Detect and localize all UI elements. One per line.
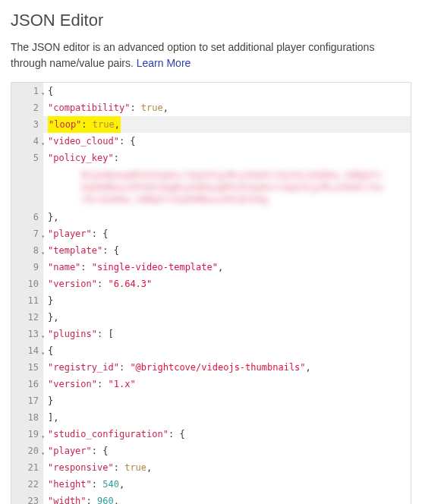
line-number: 18 <box>11 409 43 426</box>
code-content[interactable]: "width": 960, <box>43 493 119 504</box>
code-content[interactable]: "version": "6.64.3" <box>43 276 152 292</box>
highlighted-region: "loop": true, <box>48 116 121 133</box>
code-line[interactable]: 1▾{ <box>11 83 411 99</box>
line-number: 14▾ <box>11 342 43 359</box>
code-content[interactable]: }, <box>43 309 58 326</box>
line-number: 6 <box>11 209 43 225</box>
line-number: 23 <box>11 493 43 504</box>
code-line[interactable]: 6 }, <box>11 209 411 225</box>
line-number: 15 <box>11 359 43 376</box>
description-text: The JSON editor is an advanced option to… <box>11 41 374 69</box>
code-content[interactable]: "player": { <box>43 443 108 459</box>
code-line[interactable]: 17 } <box>11 392 411 409</box>
code-line[interactable]: 20▾ "player": { <box>11 443 411 459</box>
code-content[interactable]: }, <box>43 209 58 225</box>
code-line[interactable]: 5 "policy_key": <box>11 150 411 166</box>
line-number: 8▾ <box>11 242 43 259</box>
line-number: 1▾ <box>11 83 43 99</box>
code-line[interactable]: 2 "compatibility": true, <box>11 99 411 116</box>
json-code-editor[interactable]: 1▾{2 "compatibility": true,3 "loop": tru… <box>11 82 411 504</box>
code-line[interactable]: 22 "height": 540, <box>11 476 411 493</box>
code-content[interactable]: "loop": true, <box>43 116 121 133</box>
line-number <box>11 166 43 209</box>
code-line[interactable]: 13▾ "plugins": [ <box>11 326 411 342</box>
line-number: 19▾ <box>11 426 43 443</box>
line-number: 21 <box>11 459 43 476</box>
code-content[interactable]: "studio_configuration": { <box>43 426 185 443</box>
code-line[interactable]: 21 "responsive": true, <box>11 459 411 476</box>
code-content[interactable]: "video_cloud": { <box>43 133 136 150</box>
code-line[interactable]: 19▾ "studio_configuration": { <box>11 426 411 443</box>
code-line[interactable]: 4▾ "video_cloud": { <box>11 133 411 150</box>
code-content[interactable]: } <box>43 392 53 409</box>
code-line[interactable]: 7▾ "player": { <box>11 225 411 242</box>
code-content[interactable]: "name": "single-video-template", <box>43 259 223 276</box>
code-line[interactable]: 23 "width": 960, <box>11 493 411 504</box>
line-number: 17 <box>11 392 43 409</box>
line-number: 9 <box>11 259 43 276</box>
code-content[interactable]: "registry_id": "@brightcove/videojs-thum… <box>43 359 311 376</box>
code-line[interactable]: 9 "name": "single-video-template", <box>11 259 411 276</box>
code-line[interactable]: 18 ], <box>11 409 411 426</box>
line-number: 5 <box>11 150 43 166</box>
code-content[interactable]: "height": 540, <box>43 476 124 493</box>
line-number: 2 <box>11 99 43 116</box>
line-number: 20▾ <box>11 443 43 459</box>
code-line[interactable]: 14▾ { <box>11 342 411 359</box>
code-line[interactable]: 3 "loop": true, <box>11 116 411 133</box>
editor-description: The JSON editor is an advanced option to… <box>11 39 411 71</box>
line-number: 3 <box>11 116 43 133</box>
page-title: JSON Editor <box>11 11 411 30</box>
redacted-value: BCpkADawqM3n0ImwKortQqSZCgJMcyVbb8lJVwt0… <box>81 169 388 206</box>
line-number: 4▾ <box>11 133 43 150</box>
line-number: 7▾ <box>11 225 43 242</box>
line-number: 13▾ <box>11 326 43 342</box>
code-content[interactable]: "version": "1.x" <box>43 376 136 392</box>
code-content[interactable]: "compatibility": true, <box>43 99 168 116</box>
code-content[interactable]: "player": { <box>43 225 108 242</box>
code-content[interactable]: "plugins": [ <box>43 326 114 342</box>
learn-more-link[interactable]: Learn More <box>137 57 191 69</box>
code-content[interactable]: "responsive": true, <box>43 459 152 476</box>
code-line[interactable]: 16 "version": "1.x" <box>11 376 411 392</box>
code-line[interactable]: 12 }, <box>11 309 411 326</box>
code-line[interactable]: 10 "version": "6.64.3" <box>11 276 411 292</box>
code-line[interactable]: 8▾ "template": { <box>11 242 411 259</box>
line-number: 10 <box>11 276 43 292</box>
line-number: 16 <box>11 376 43 392</box>
code-line-redacted: BCpkADawqM3n0ImwKortQqSZCgJMcyVbb8lJVwt0… <box>11 166 411 209</box>
code-content[interactable]: "template": { <box>43 242 119 259</box>
code-line[interactable]: 11 } <box>11 292 411 309</box>
line-number: 22 <box>11 476 43 493</box>
code-content[interactable]: ], <box>43 409 58 426</box>
code-line[interactable]: 15 "registry_id": "@brightcove/videojs-t… <box>11 359 411 376</box>
code-content[interactable]: } <box>43 292 53 309</box>
line-number: 11 <box>11 292 43 309</box>
code-content[interactable]: "policy_key": <box>43 150 119 166</box>
line-number: 12 <box>11 309 43 326</box>
